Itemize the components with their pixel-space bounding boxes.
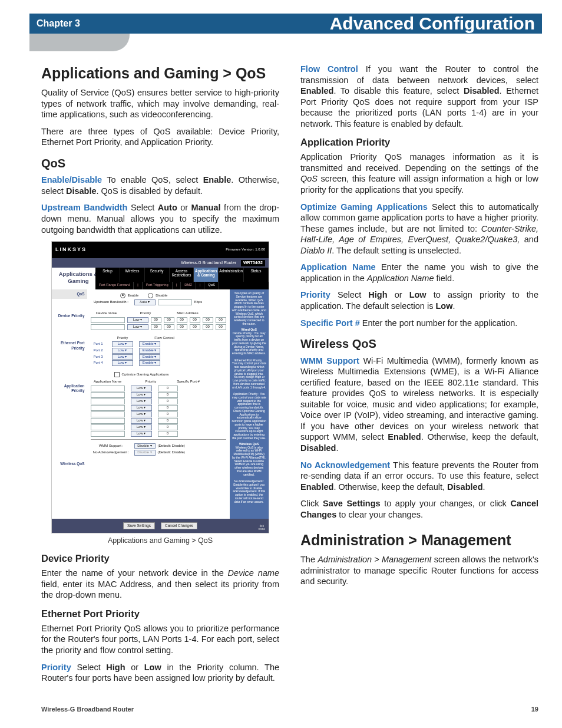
app-port-5[interactable]: 0	[158, 411, 178, 417]
app-name-5[interactable]	[91, 411, 125, 417]
app-pri-6[interactable]: Low ▾	[131, 418, 152, 424]
wmm-select[interactable]: Disable ▾	[134, 443, 156, 449]
footer-product: Wireless-G Broadband Router	[41, 706, 134, 713]
port3-priority[interactable]: Low ▾	[112, 354, 133, 360]
port4-priority[interactable]: Low ▾	[112, 360, 133, 366]
para-intro: Quality of Service (QoS) ensures better …	[41, 87, 279, 120]
device-priority-select-1[interactable]: Low ▾	[127, 317, 148, 323]
noack-label: No Acknowledgement :	[91, 450, 132, 455]
tab-wireless[interactable]: Wireless	[120, 268, 145, 282]
heading-wireless-qos: Wireless QoS	[300, 337, 538, 352]
mac-1-6[interactable]: 00	[216, 317, 226, 323]
device-priority-select-2[interactable]: Low ▾	[127, 324, 148, 330]
router-tabs: Setup Wireless Security Access Restricti…	[95, 268, 269, 282]
page-title: Advanced Configuration	[330, 14, 535, 34]
header-notch	[29, 34, 130, 51]
mac-2-3[interactable]: 00	[177, 324, 187, 330]
port3-flow[interactable]: Enable ▾	[139, 354, 160, 360]
radio-enable[interactable]	[120, 293, 125, 298]
port2-priority[interactable]: Low ▾	[112, 348, 133, 354]
save-settings-button[interactable]: Save Settings	[123, 522, 155, 529]
app-name-7[interactable]	[91, 424, 125, 430]
mac-2-5[interactable]: 00	[203, 324, 213, 330]
subtab-port-range-forward[interactable]: Port Range Forward	[95, 282, 134, 289]
col-priority: Priority	[140, 311, 151, 316]
heading-qos: QoS	[41, 156, 279, 172]
device-name-input-1[interactable]	[91, 317, 125, 323]
para-device-priority: Enter the name of your network device in…	[41, 568, 279, 601]
mac-1-2[interactable]: 00	[164, 317, 174, 323]
col-flow-control: Flow Control	[154, 336, 174, 341]
col-device-name: Device name	[91, 311, 123, 316]
app-pri-8[interactable]: Low ▾	[131, 431, 152, 437]
kw-no-acknowledgement: No Acknowledgement	[300, 460, 390, 470]
app-port-3[interactable]: 0	[158, 398, 178, 404]
kw-enable-disable: Enable/Disable	[41, 175, 102, 185]
router-section-ethernet-port-priority: Ethernet Port Priority	[54, 339, 85, 352]
mac-2-4[interactable]: 00	[190, 324, 200, 330]
app-pri-2[interactable]: Low ▾	[131, 392, 152, 398]
mac-2-1[interactable]: 00	[151, 324, 161, 330]
port4-flow[interactable]: Enable ▾	[139, 360, 160, 366]
upstream-input[interactable]	[158, 299, 192, 305]
kw-optimize-gaming: Optimize Gaming Applications	[300, 202, 428, 212]
app-name-8[interactable]	[91, 431, 125, 437]
app-pri-4[interactable]: Low ▾	[131, 405, 152, 411]
subtab-dmz[interactable]: DMZ	[181, 282, 196, 289]
para-admin-management: The Administration > Management screen a…	[300, 554, 538, 587]
app-name-3[interactable]	[91, 398, 125, 404]
app-pri-3[interactable]: Low ▾	[131, 398, 152, 404]
para-save-cancel: Click Save Settings to apply your change…	[300, 498, 538, 520]
app-name-2[interactable]	[91, 392, 125, 398]
kw-wmm-support: WMM Support	[300, 356, 359, 365]
router-model: WRT54G2	[241, 260, 265, 266]
tab-access-restrictions[interactable]: Access Restrictions	[170, 268, 194, 282]
app-port-2[interactable]: 0	[158, 392, 178, 398]
router-section-application-priority: Application Priority	[54, 382, 85, 395]
tab-administration[interactable]: Administration	[219, 268, 244, 282]
optimize-gaming-checkbox[interactable]	[114, 372, 120, 377]
tab-status[interactable]: Status	[244, 268, 269, 282]
app-name-6[interactable]	[91, 418, 125, 424]
noack-select[interactable]: Disable ▾	[134, 450, 156, 456]
cancel-changes-button[interactable]: Cancel Changes	[161, 522, 197, 529]
app-pri-1[interactable]: Low ▾	[131, 386, 152, 391]
radio-disable[interactable]	[148, 293, 153, 298]
app-name-4[interactable]	[91, 405, 125, 411]
para-upstream: Upstream Bandwidth Select Auto or Manual…	[41, 202, 279, 235]
port1-flow[interactable]: Enable ▾	[139, 341, 160, 347]
app-port-6[interactable]: 0	[158, 418, 178, 424]
mac-1-5[interactable]: 00	[203, 317, 213, 323]
port1-priority[interactable]: Low ▾	[112, 341, 133, 347]
app-port-8[interactable]: 0	[158, 431, 178, 437]
app-port-1[interactable]: 0	[158, 386, 178, 391]
app-pri-7[interactable]: Low ▾	[131, 424, 152, 430]
subtab-qos[interactable]: QoS	[204, 282, 219, 289]
router-subtabs: Port Range Forward | Port Triggering | D…	[95, 282, 269, 289]
figure-caption: Applications and Gaming > QoS	[41, 536, 279, 545]
port1-label: Port 1	[91, 342, 106, 347]
mac-1-4[interactable]: 00	[190, 317, 200, 323]
para-priority-column: Priority Select High or Low in the Prior…	[41, 662, 279, 684]
tab-applications-gaming[interactable]: Applications & Gaming	[194, 268, 219, 282]
tab-setup[interactable]: Setup	[95, 268, 120, 282]
port2-flow[interactable]: Enable ▾	[139, 348, 160, 354]
app-name-1[interactable]	[91, 386, 125, 391]
upstream-select[interactable]: Auto ▾	[134, 299, 156, 305]
port2-label: Port 2	[91, 348, 106, 353]
para-application-name: Application Name Enter the name you wish…	[300, 262, 538, 284]
app-pri-5[interactable]: Low ▾	[131, 411, 152, 417]
chapter-label: Chapter 3	[37, 18, 80, 29]
tab-security[interactable]: Security	[145, 268, 170, 282]
device-name-input-2[interactable]	[91, 324, 125, 330]
mac-1-1[interactable]: 00	[151, 317, 161, 323]
mac-1-3[interactable]: 00	[177, 317, 187, 323]
heading-ethernet-port-priority: Ethernet Port Priority	[41, 608, 279, 620]
footer-page-number: 19	[531, 706, 538, 713]
wmm-label: WMM Support :	[91, 444, 132, 449]
mac-2-6[interactable]: 00	[216, 324, 226, 330]
subtab-port-triggering[interactable]: Port Triggering	[143, 282, 173, 289]
app-port-7[interactable]: 0	[158, 424, 178, 430]
app-port-4[interactable]: 0	[158, 405, 178, 411]
mac-2-2[interactable]: 00	[164, 324, 174, 330]
